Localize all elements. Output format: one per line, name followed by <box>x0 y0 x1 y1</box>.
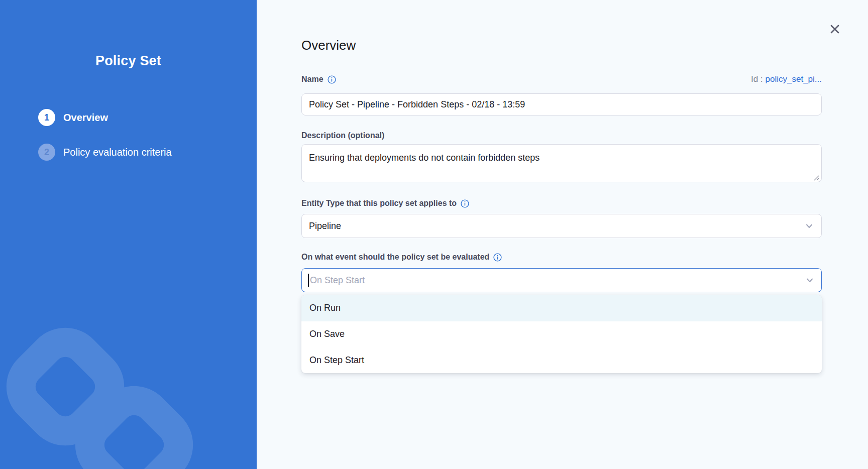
step-label: Overview <box>63 112 108 124</box>
chevron-down-icon <box>805 221 814 230</box>
harness-logo-watermark <box>0 0 257 469</box>
id-label: Id : <box>751 74 763 84</box>
dropdown-option-on-save[interactable]: On Save <box>301 321 822 347</box>
page-title: Overview <box>301 37 822 53</box>
step-label: Policy evaluation criteria <box>63 147 172 158</box>
form-content: Overview Name Id :policy_set_pi... <box>301 0 822 373</box>
description-label: Description (optional) <box>301 131 822 140</box>
description-textarea[interactable]: Ensuring that deployments do not contain… <box>301 144 822 182</box>
step-policy-evaluation-criteria[interactable]: 2 Policy evaluation criteria <box>38 144 257 161</box>
info-icon[interactable] <box>328 75 336 84</box>
close-button[interactable] <box>828 22 842 36</box>
event-select-field <box>301 268 822 292</box>
step-number-badge: 2 <box>38 144 55 161</box>
event-dropdown-menu: On Run On Save On Step Start <box>301 295 822 373</box>
description-field: Ensuring that deployments do not contain… <box>301 144 822 184</box>
name-label: Name <box>301 75 336 84</box>
wizard-sidebar: Policy Set 1 Overview 2 Policy evaluatio… <box>0 0 257 469</box>
entity-id: Id :policy_set_pi... <box>751 74 822 84</box>
name-input[interactable] <box>301 93 822 115</box>
info-icon[interactable] <box>493 253 502 262</box>
overview-panel: Overview Name Id :policy_set_pi... <box>257 0 868 469</box>
wizard-title: Policy Set <box>0 53 257 69</box>
text-caret <box>308 274 309 287</box>
event-select-input[interactable] <box>301 268 822 292</box>
entity-type-label: Entity Type that this policy set applies… <box>301 199 822 208</box>
entity-type-select[interactable]: Pipeline <box>301 214 822 238</box>
close-icon <box>829 24 840 35</box>
step-number-badge: 1 <box>38 109 55 126</box>
dropdown-option-on-run[interactable]: On Run <box>301 295 822 321</box>
event-label: On what event should the policy set be e… <box>301 253 822 262</box>
id-link[interactable]: policy_set_pi... <box>766 74 822 84</box>
entity-type-value: Pipeline <box>309 221 341 231</box>
info-icon[interactable] <box>461 199 469 208</box>
dropdown-option-on-step-start[interactable]: On Step Start <box>301 347 822 373</box>
name-label-row: Name Id :policy_set_pi... <box>301 73 822 85</box>
chevron-down-icon <box>805 276 814 285</box>
step-overview[interactable]: 1 Overview <box>38 109 257 126</box>
wizard-steps: 1 Overview 2 Policy evaluation criteria <box>38 109 257 161</box>
